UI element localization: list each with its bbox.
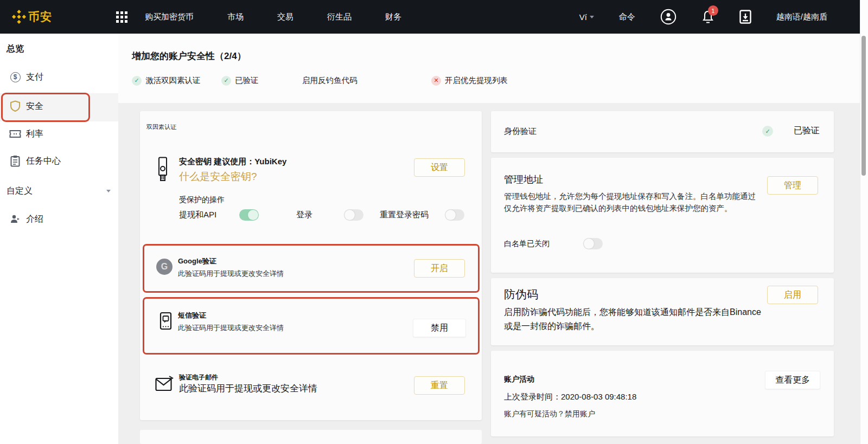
dollar-circle-icon: $ [9, 72, 22, 82]
email-verify-desc: 此验证码用于提现或更改安全详情 [179, 382, 317, 395]
sidebar-label: 介绍 [26, 214, 43, 225]
activity-title: 账户活动 [504, 375, 534, 384]
antiphishing-desc: 启用防诈骗代码功能后，您将能够知道该通知邮件是否来自Binance或是一封假的诈… [504, 305, 764, 333]
account-avatar-icon[interactable] [660, 9, 676, 25]
checklist-label: 已验证 [235, 75, 259, 86]
checklist-label: 激活双因素认证 [145, 75, 201, 86]
sidebar-label: 安全 [26, 101, 43, 112]
sidebar-label: 利率 [26, 128, 43, 140]
check-circle-icon: ✓ [221, 76, 231, 86]
google-verify-desc: 此验证码用于提现或更改安全详情 [178, 269, 284, 279]
antiphishing-title: 防伪码 [504, 287, 538, 302]
sidebar-label: 自定义 [7, 185, 33, 197]
antiphishing-card: 防伪码 启用防诈骗代码功能后，您将能够知道该通知邮件是否来自Binance或是一… [491, 278, 834, 345]
sidebar-label: 任务中心 [26, 156, 61, 167]
toggle-group-login: 登录 [296, 209, 363, 221]
toggle-label: 提现和API [179, 210, 216, 220]
sidebar-label: 总览 [7, 43, 24, 55]
checklist-item-2fa: ✓ 激活双因素认证 [132, 75, 201, 86]
page-title: 增加您的账户安全性（2/4） [132, 50, 246, 62]
antiphishing-enable-button[interactable]: 启用 [767, 286, 818, 304]
whitelist-row: 白名单已关闭 [504, 238, 603, 249]
verified-check-icon: ✓ [762, 126, 773, 137]
email-reset-button[interactable]: 重置 [414, 376, 465, 395]
toggle-group-withdrawal-api: 提现和API [179, 209, 259, 221]
voucher-icon [9, 129, 22, 139]
last-login-time: 上次登录时间：2020-08-03 09:48:18 [504, 392, 636, 402]
security-key-setup-button[interactable]: 设置 [414, 158, 465, 177]
menu-derivatives[interactable]: 衍生品 [327, 12, 352, 22]
person-icon [9, 214, 22, 224]
what-is-security-key-link[interactable]: 什么是安全密钥? [179, 170, 257, 184]
sidebar-item-overview[interactable]: 总览 [0, 37, 118, 61]
binance-diamond-icon [12, 10, 26, 24]
disable-account-link[interactable]: 账户有可疑活动？禁用账户 [504, 409, 595, 419]
section-label-2fa: 双因素认证 [146, 123, 181, 131]
menu-markets[interactable]: 市场 [227, 12, 244, 22]
sidebar-label: 支付 [26, 72, 43, 83]
notifications-bell-icon[interactable]: 1 [701, 10, 714, 24]
sidebar-item-custom[interactable]: 自定义 [0, 179, 118, 203]
sms-icon [159, 312, 174, 331]
sidebar-item-task-center[interactable]: 任务中心 [0, 149, 118, 173]
sidebar-item-intro[interactable]: 介绍 [0, 207, 118, 231]
next-card-partial [140, 430, 482, 444]
toggle-group-reset-password: 重置登录密码 [380, 209, 464, 221]
toggle-label: 登录 [296, 210, 312, 220]
withdrawal-api-toggle[interactable] [239, 209, 259, 221]
apps-grid-icon[interactable] [116, 11, 127, 23]
email-icon [155, 376, 174, 392]
orders-link[interactable]: 命令 [619, 12, 635, 22]
email-verify-title: 验证电子邮件 [179, 373, 218, 382]
sidebar-item-security[interactable]: 安全 [0, 94, 118, 118]
address-management-card: 管理地址 管理钱包地址，允许您为每个提现地址保存和写入备注。白名单功能通过仅允许… [491, 158, 834, 273]
address-manage-button[interactable]: 管理 [767, 176, 818, 195]
sms-verify-desc: 此验证码用于提现或更改安全详情 [178, 323, 284, 333]
chevron-down-icon [106, 190, 111, 192]
sms-verify-title: 短信验证 [178, 311, 284, 320]
checklist-item-antiphishing: 启用反钓鱼代码 [302, 75, 358, 86]
language-currency-selector[interactable]: 越南语/越南盾 [776, 12, 827, 22]
wallet-dropdown[interactable]: Ví [579, 12, 594, 22]
shield-icon [9, 100, 22, 112]
toggle-label: 重置登录密码 [380, 210, 429, 220]
address-desc: 管理钱包地址，允许您为每个提现地址保存和写入备注。白名单功能通过仅允许将资产提取… [504, 190, 763, 214]
menu-finance[interactable]: 财务 [385, 12, 401, 22]
chevron-down-icon [590, 16, 594, 18]
whitelist-toggle[interactable] [583, 238, 603, 249]
logo-text: 币安 [28, 9, 52, 24]
check-circle-icon: ✓ [132, 76, 142, 86]
sidebar-item-interest[interactable]: 利率 [0, 122, 118, 146]
checklist-item-whitelist: ✕ 开启优先提现列表 [431, 75, 508, 86]
two-factor-card: 双因素认证 安全密钥 建议使用：YubiKey 什么是安全密钥? 设置 受保护的… [140, 111, 482, 420]
sidebar: 总览 $ 支付 安全 利率 [0, 34, 118, 444]
address-title: 管理地址 [504, 173, 543, 186]
download-app-icon[interactable] [739, 10, 751, 24]
reset-password-toggle[interactable] [445, 209, 464, 221]
sidebar-item-payment[interactable]: $ 支付 [0, 65, 118, 89]
identity-status: 已验证 [794, 125, 820, 137]
menu-buy-crypto[interactable]: 购买加密货币 [145, 12, 194, 22]
checklist-label: 开启优先提现列表 [445, 75, 508, 86]
security-progress-header [118, 34, 860, 103]
whitelist-label: 白名单已关闭 [504, 239, 550, 249]
checklist-label: 启用反钓鱼代码 [302, 75, 358, 86]
wallet-label: Ví [579, 12, 587, 22]
protected-ops-label: 受保护的操作 [179, 195, 225, 205]
binance-logo[interactable]: 币安 [12, 9, 52, 24]
identity-verification-card: 身份验证 ✓ 已验证 [491, 111, 834, 152]
notification-badge: 1 [708, 5, 718, 16]
google-authenticator-icon: G [156, 259, 173, 275]
scrollbar-thumb[interactable] [861, 36, 866, 176]
top-navbar: 币安 购买加密货币 市场 交易 衍生品 财务 Ví 命令 [0, 0, 860, 34]
login-toggle[interactable] [344, 209, 363, 221]
identity-title: 身份验证 [504, 126, 537, 137]
sms-disable-button[interactable]: 禁用 [413, 319, 466, 337]
checklist-item-verified: ✓ 已验证 [221, 75, 259, 86]
cross-circle-icon: ✕ [431, 76, 441, 86]
google-verify-enable-button[interactable]: 开启 [414, 259, 465, 278]
yubikey-icon [156, 157, 169, 184]
view-more-button[interactable]: 查看更多 [765, 371, 820, 389]
menu-trade[interactable]: 交易 [277, 12, 293, 22]
clipboard-icon [9, 155, 22, 167]
